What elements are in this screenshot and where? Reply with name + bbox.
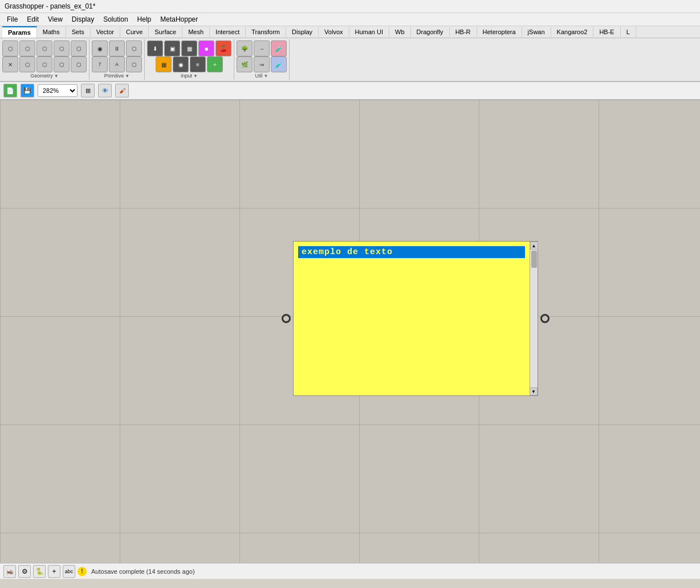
util-icon-2[interactable]: → xyxy=(254,40,270,56)
tab-hbr[interactable]: HB-R xyxy=(450,27,477,37)
input-expand[interactable]: ▼ xyxy=(193,74,198,79)
tab-surface[interactable]: Surface xyxy=(149,27,182,37)
panel-node: exemplo de texto ▲ ▼ xyxy=(279,241,552,396)
menu-help[interactable]: Help xyxy=(133,14,156,24)
geometry-label: Geometry ▼ xyxy=(30,73,58,79)
zoom-select[interactable]: 50% 100% 150% 200% 282% 400% xyxy=(38,84,78,97)
paint-button[interactable]: 🖌 xyxy=(115,84,129,97)
panel-body: exemplo de texto ▲ ▼ xyxy=(293,241,538,396)
tab-jswan[interactable]: jSwan xyxy=(522,27,551,37)
primitive-expand[interactable]: ▼ xyxy=(125,74,129,79)
input-port[interactable] xyxy=(282,314,291,323)
prim-icon-2[interactable]: ⏸ xyxy=(109,40,125,56)
gear-icon[interactable]: ⚙ xyxy=(18,565,31,578)
toolbar-group-util: 🌳 → 🧪 🌿 ⇒ 🧪 Util ▼ xyxy=(234,39,290,80)
tab-heteroptera[interactable]: Heteroptera xyxy=(477,27,522,37)
input-icon-2[interactable]: ▣ xyxy=(164,40,180,56)
util-icon-3[interactable]: 🧪 xyxy=(271,40,287,56)
tab-wb[interactable]: Wb xyxy=(389,27,411,37)
input-icon-6[interactable]: ▦ xyxy=(156,56,172,72)
eye-button[interactable]: 👁 xyxy=(98,84,112,97)
status-message: Autosave complete (14 seconds ago) xyxy=(91,568,195,575)
prim-icon-6[interactable]: ⬡ xyxy=(126,56,142,72)
geometry-expand[interactable]: ▼ xyxy=(54,74,59,79)
util-icon-1[interactable]: 🌳 xyxy=(237,40,253,56)
save-button[interactable]: 💾 xyxy=(21,84,34,97)
input-icon-5[interactable]: 🍒 xyxy=(215,40,231,56)
geo-icon-9[interactable]: ⬡ xyxy=(54,56,70,72)
geo-icon-1[interactable]: ⬡ xyxy=(2,40,18,56)
tab-volvox[interactable]: Volvox xyxy=(319,27,349,37)
tab-intersect[interactable]: Intersect xyxy=(210,27,246,37)
menu-metahopper[interactable]: MetaHopper xyxy=(156,14,202,24)
tab-dragonfly[interactable]: Dragonfly xyxy=(411,27,450,37)
input-icon-4[interactable]: ■ xyxy=(198,40,214,56)
input-icons-row1: ⬇ ▣ ▦ ■ 🍒 xyxy=(147,40,231,56)
tab-vector[interactable]: Vector xyxy=(91,27,120,37)
tab-hbe[interactable]: HB-E xyxy=(593,27,620,37)
zoom-fit-button[interactable]: ⊞ xyxy=(81,84,95,97)
tab-sets[interactable]: Sets xyxy=(66,27,91,37)
input-icon-1[interactable]: ⬇ xyxy=(147,40,163,56)
python-icon[interactable]: 🐍 xyxy=(33,565,46,578)
output-port[interactable] xyxy=(540,314,550,323)
geo-icon-5[interactable]: ⬡ xyxy=(71,40,87,56)
scroll-down-button[interactable]: ▼ xyxy=(530,387,538,395)
info-icon: ! xyxy=(78,567,87,576)
util-icon-4[interactable]: 🌿 xyxy=(237,56,253,72)
right-connector xyxy=(538,241,552,396)
prim-icon-4[interactable]: 7 xyxy=(92,56,108,72)
input-icon-7[interactable]: ◉ xyxy=(173,56,189,72)
tab-more[interactable]: L xyxy=(621,27,636,37)
input-icon-9[interactable]: + xyxy=(207,56,223,72)
menu-view[interactable]: View xyxy=(43,14,67,24)
tab-params[interactable]: Params xyxy=(2,26,37,38)
canvas-area[interactable]: exemplo de texto ▲ ▼ xyxy=(0,100,700,563)
canvas-wrapper: exemplo de texto ▲ ▼ 🦗 xyxy=(0,100,700,579)
menu-display[interactable]: Display xyxy=(67,14,99,24)
abc-icon[interactable]: abc xyxy=(63,565,75,578)
util-icon-5[interactable]: ⇒ xyxy=(254,56,270,72)
tab-kangaroo2[interactable]: Kangaroo2 xyxy=(551,27,594,37)
tab-bar: Params Maths Sets Vector Curve Surface M… xyxy=(0,26,700,38)
menu-solution[interactable]: Solution xyxy=(99,14,132,24)
tab-transform[interactable]: Transform xyxy=(246,27,286,37)
panel-scroll-container: exemplo de texto ▲ ▼ xyxy=(294,242,538,395)
tab-mesh[interactable]: Mesh xyxy=(182,27,210,37)
util-expand[interactable]: ▼ xyxy=(264,74,268,79)
panel-text-selected[interactable]: exemplo de texto xyxy=(298,246,525,258)
menu-edit[interactable]: Edit xyxy=(22,14,43,24)
geo-icon-4[interactable]: ⬡ xyxy=(54,40,70,56)
panel-content[interactable]: exemplo de texto xyxy=(294,242,530,395)
tab-display[interactable]: Display xyxy=(286,27,319,37)
geo-icon-7[interactable]: ⬡ xyxy=(19,56,35,72)
tab-maths[interactable]: Maths xyxy=(37,27,66,37)
prim-icon-1[interactable]: ◉ xyxy=(92,40,108,56)
grasshopper-icon[interactable]: 🦗 xyxy=(3,565,16,578)
toolbar-group-input: ⬇ ▣ ▦ ■ 🍒 ▦ ◉ ≡ + Input ▼ xyxy=(145,39,234,80)
scroll-up-button[interactable]: ▲ xyxy=(530,242,538,250)
util-icon-6[interactable]: 🧪 xyxy=(271,56,287,72)
primitive-icons-row1: ◉ ⏸ ⬡ xyxy=(92,40,142,56)
prim-icon-5[interactable]: A xyxy=(109,56,125,72)
geo-icon-2[interactable]: ⬡ xyxy=(19,40,35,56)
prim-icon-3[interactable]: ⬡ xyxy=(126,40,142,56)
add-component-button[interactable]: + xyxy=(48,565,60,578)
geo-icon-3[interactable]: ⬡ xyxy=(36,40,52,56)
title-bar: Grasshopper - panels_ex_01* xyxy=(0,0,700,13)
input-icon-3[interactable]: ▦ xyxy=(181,40,197,56)
geometry-icons-row1: ⬡ ⬡ ⬡ ⬡ ⬡ xyxy=(2,40,87,56)
input-icon-8[interactable]: ≡ xyxy=(190,56,206,72)
new-file-button[interactable]: 📄 xyxy=(3,84,17,97)
geo-icon-6[interactable]: ✕ xyxy=(2,56,18,72)
input-label-text: Input xyxy=(181,73,192,79)
menu-file[interactable]: File xyxy=(2,14,22,24)
toolbar-group-primitive: ◉ ⏸ ⬡ 7 A ⬡ Primitive ▼ xyxy=(89,39,145,80)
tab-humanui[interactable]: Human UI xyxy=(349,27,390,37)
tab-curve[interactable]: Curve xyxy=(120,27,149,37)
geo-icon-10[interactable]: ⬡ xyxy=(71,56,87,72)
geo-icon-8[interactable]: ⬡ xyxy=(36,56,52,72)
primitive-label-text: Primitive xyxy=(104,73,124,79)
scrollbar-thumb[interactable] xyxy=(531,251,537,268)
status-bar: 🦗 ⚙ 🐍 + abc ! Autosave complete (14 seco… xyxy=(0,563,700,579)
